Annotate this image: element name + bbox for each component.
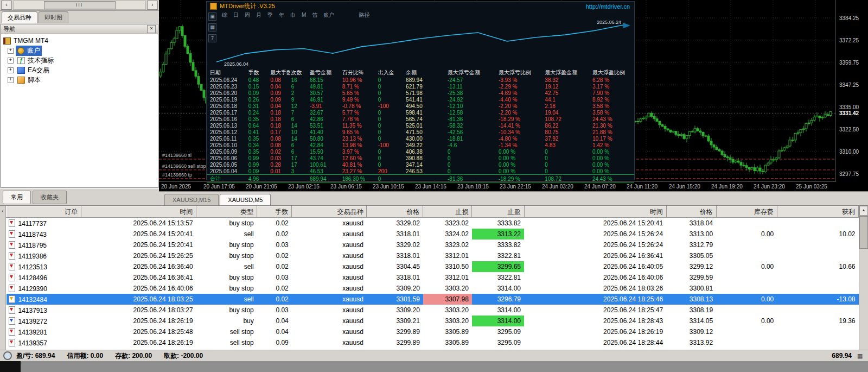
stats-url-link[interactable]: http://mtdriver.cn [586, 3, 630, 10]
order-row[interactable]: 141379132025.06.24 18:03:27buy stop0.03x… [7, 305, 859, 316]
overlay-menu-item[interactable]: 日 [233, 11, 239, 19]
layout-grid-icon[interactable]: ▦ [857, 352, 865, 359]
order-open-price: 3309.20 [367, 305, 423, 316]
time-label: 20 Jun 17:05 [203, 184, 235, 190]
price-label: 3297.75 [839, 171, 859, 177]
scroll-up-button[interactable]: ▲ [859, 206, 868, 216]
order-profit [777, 218, 858, 229]
order-row[interactable]: 141393572025.06.24 18:26:19sell stop0.09… [7, 337, 859, 348]
tab-common[interactable]: 常用 [3, 191, 31, 204]
stats-cell: -81.36 [446, 116, 497, 122]
sidebar-item-accounts[interactable]: + 账户 [3, 46, 157, 55]
stats-cell: 42.86 [309, 116, 341, 122]
order-row[interactable]: 141187952025.06.24 15:20:41buy stop0.03x… [7, 239, 859, 250]
overlay-menu-item[interactable]: 巾 [290, 11, 296, 19]
overlay-menu-item[interactable]: 年 [279, 11, 284, 19]
status-profit: 盈/亏: 689.94 [16, 351, 55, 361]
horizontal-scrollbar[interactable]: ‹ III › [0, 0, 159, 11]
order-type: sell [196, 229, 257, 239]
overlay-menu-item[interactable]: 季 [267, 11, 273, 19]
tab-favorites[interactable]: 收藏夹 [33, 191, 67, 204]
price-label: 3372.25 [839, 37, 859, 43]
expander-icon[interactable]: + [8, 58, 14, 64]
orders-header-cell[interactable]: 类型 [196, 206, 257, 218]
orders-scrollbar[interactable]: ▲ [859, 206, 868, 350]
overlay-menu-item[interactable]: 账户 [323, 11, 334, 19]
stats-cell: 41.40 [309, 129, 341, 135]
stats-cell: 42.84 [309, 142, 341, 148]
overlay-menu-item[interactable]: 月 [256, 11, 261, 19]
overlay-menu-item[interactable]: 路径 [359, 11, 369, 19]
order-row[interactable]: 141392722025.06.24 18:26:19buy0.04xauusd… [7, 316, 859, 326]
overlay-menu-item[interactable]: 笛 [312, 11, 317, 19]
tab-xauusd-m5[interactable]: XAUUSD,M5 [220, 194, 271, 205]
orders-table: 订单时间类型手数交易品种价格止损止盈时间价格库存费获利141177372025.… [6, 206, 859, 348]
tree-root-label: TMGM MT4 [14, 37, 48, 45]
order-row[interactable]: 141177372025.06.24 15:13:57buy stop0.02x… [7, 218, 859, 229]
stats-cell: 3.97 % [341, 148, 377, 155]
stats-cell: 6 [290, 116, 309, 122]
overlay-menu-item[interactable]: 综 [222, 11, 227, 19]
orders-header-cell[interactable]: 手数 [257, 206, 292, 218]
sidebar-item-ea[interactable]: + EA交易 [3, 65, 157, 75]
expander-icon[interactable]: + [8, 48, 14, 54]
tab-xauusd-m15[interactable]: XAUUSD,M15 [164, 194, 219, 205]
order-line-label: #14139660 sell stop 0 [162, 163, 210, 169]
close-icon[interactable]: ✕ [147, 25, 156, 33]
orders-header-cell[interactable]: 时间 [81, 206, 196, 218]
order-row[interactable]: 141235132025.06.24 16:36:40sell0.02xauus… [7, 261, 859, 272]
orders-header-cell[interactable]: 库存费 [716, 206, 777, 218]
orders-header-cell[interactable]: 止盈 [472, 206, 524, 218]
stats-cell: 9 [290, 96, 309, 103]
overlay-menu-item[interactable]: M [302, 12, 306, 18]
price-axis[interactable]: 3384.253372.253359.753347.253335.003322.… [835, 0, 868, 181]
orders-header-cell[interactable]: 获利 [777, 206, 858, 218]
order-row[interactable]: 141324842025.06.24 18:03:25sell0.02xauus… [7, 294, 859, 305]
tab-symbols[interactable]: 交易品种 [2, 11, 37, 23]
equity-curve-area: 2025.06.04 2025.06.24 [211, 20, 630, 67]
orders-header-cell[interactable]: 交易品种 [292, 206, 367, 218]
scroll-thumb[interactable]: III [44, 1, 116, 9]
stats-row: 2025.06.130.640.181453.5111.35 %0525.01-… [207, 122, 634, 129]
order-close-time: 2025.06.24 15:20:41 [524, 218, 666, 229]
stats-cell: -14.41 % [497, 122, 544, 129]
order-row[interactable]: 141284962025.06.24 16:36:41buy stop0.03x… [7, 272, 859, 283]
stats-cell: 0.35 [247, 116, 270, 122]
orders-header-cell[interactable]: 订单 [7, 206, 81, 218]
scroll-left-button[interactable]: ‹ [1, 1, 12, 10]
stats-cell: -100 [377, 142, 405, 148]
expander-icon[interactable]: + [8, 77, 14, 83]
scroll-right-button[interactable]: › [147, 1, 158, 10]
order-lots: 0.02 [257, 294, 292, 305]
terminal-panel: ‹ 订单时间类型手数交易品种价格止损止盈时间价格库存费获利14117737202… [0, 205, 868, 350]
order-lots: 0.02 [257, 250, 292, 261]
stats-cell: 0.41 [247, 129, 270, 135]
sidebar-item-indicators[interactable]: + ƒ 技术指标 [3, 55, 157, 65]
time-label: 24 Jun 15:20 [669, 184, 700, 190]
order-row[interactable]: 141187432025.06.24 15:20:41sell0.02xauus… [7, 229, 859, 239]
order-row[interactable]: 141293902025.06.24 16:40:06buy stop0.02x… [7, 283, 859, 294]
overlay-menu-item[interactable]: 周 [245, 11, 250, 19]
order-open-time: 2025.06.24 16:40:06 [81, 283, 196, 294]
order-close-price: 3313.00 [666, 229, 716, 239]
orders-header-cell[interactable]: 时间 [524, 206, 666, 218]
orders-header-cell[interactable]: 止损 [423, 206, 472, 218]
tree-root[interactable]: TMGM MT4 [3, 36, 157, 46]
tab-tick-chart[interactable]: 即时图 [39, 11, 68, 23]
scrollbar-thumb[interactable] [859, 216, 868, 249]
orders-header-cell[interactable]: 价格 [666, 206, 716, 218]
order-row[interactable]: 141392812025.06.24 18:25:48sell stop0.04… [7, 326, 859, 337]
stats-cell: 8.71 % [341, 83, 377, 90]
orders-header-cell[interactable]: 价格 [367, 206, 423, 218]
time-label: 24 Jun 23:20 [754, 184, 785, 190]
order-row[interactable]: 141193862025.06.24 15:26:25buy stop0.02x… [7, 250, 859, 261]
order-swap [716, 272, 777, 283]
scroll-track[interactable]: III [13, 1, 146, 10]
sidebar-item-scripts[interactable]: + 脚本 [3, 75, 157, 85]
stats-cell: 2025.06.19 [207, 96, 247, 103]
expander-icon[interactable]: + [8, 67, 14, 73]
stats-cell: 49.81 [309, 83, 341, 90]
collapse-panel-button[interactable]: ‹ [0, 206, 6, 350]
stats-header-cell: 最大浮亏比例 [497, 69, 544, 77]
stats-total-cell: 689.94 [309, 175, 341, 183]
